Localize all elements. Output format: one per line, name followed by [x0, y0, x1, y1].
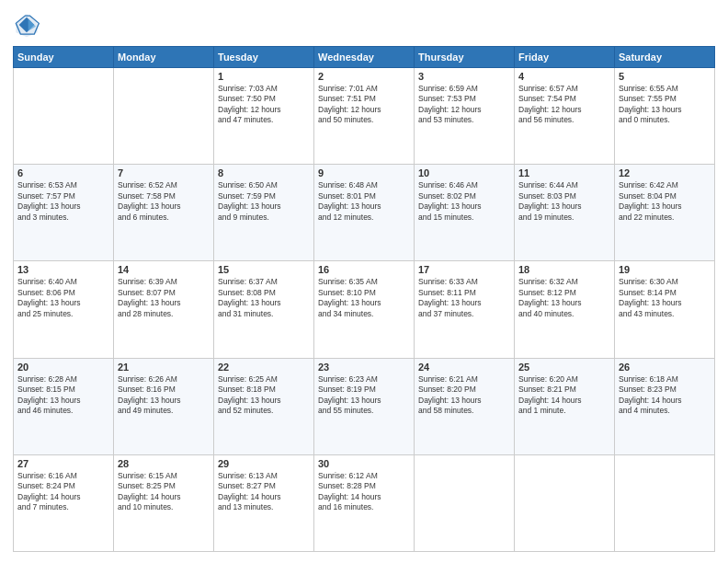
calendar-cell: 20Sunrise: 6:28 AM Sunset: 8:15 PM Dayli… — [14, 358, 114, 454]
calendar-week-row: 20Sunrise: 6:28 AM Sunset: 8:15 PM Dayli… — [14, 358, 715, 454]
day-number: 27 — [17, 458, 109, 469]
day-number: 17 — [418, 264, 510, 275]
calendar-cell: 11Sunrise: 6:44 AM Sunset: 8:03 PM Dayli… — [515, 165, 615, 261]
day-number: 5 — [619, 71, 711, 82]
day-info: Sunrise: 6:28 AM Sunset: 8:15 PM Dayligh… — [17, 374, 109, 417]
calendar-cell — [14, 68, 114, 165]
calendar-cell: 7Sunrise: 6:52 AM Sunset: 7:58 PM Daylig… — [114, 165, 214, 261]
calendar-cell: 14Sunrise: 6:39 AM Sunset: 8:07 PM Dayli… — [114, 261, 214, 358]
day-info: Sunrise: 7:03 AM Sunset: 7:50 PM Dayligh… — [218, 84, 310, 126]
weekday-header-cell: Friday — [515, 47, 615, 68]
weekday-header-cell: Monday — [114, 47, 214, 68]
day-info: Sunrise: 6:52 AM Sunset: 7:58 PM Dayligh… — [118, 180, 210, 223]
day-info: Sunrise: 6:37 AM Sunset: 8:08 PM Dayligh… — [218, 277, 310, 319]
day-number: 21 — [118, 362, 210, 373]
weekday-header-cell: Wednesday — [314, 47, 415, 68]
calendar-table: SundayMondayTuesdayWednesdayThursdayFrid… — [13, 46, 715, 552]
day-info: Sunrise: 6:39 AM Sunset: 8:07 PM Dayligh… — [118, 277, 210, 319]
calendar-cell: 9Sunrise: 6:48 AM Sunset: 8:01 PM Daylig… — [314, 165, 415, 261]
day-info: Sunrise: 6:16 AM Sunset: 8:24 PM Dayligh… — [17, 471, 109, 513]
day-info: Sunrise: 6:21 AM Sunset: 8:20 PM Dayligh… — [418, 374, 510, 417]
calendar-week-row: 1Sunrise: 7:03 AM Sunset: 7:50 PM Daylig… — [14, 68, 715, 165]
day-number: 14 — [118, 264, 210, 275]
calendar-cell: 15Sunrise: 6:37 AM Sunset: 8:08 PM Dayli… — [214, 261, 314, 358]
day-number: 25 — [518, 362, 610, 373]
calendar-cell: 21Sunrise: 6:26 AM Sunset: 8:16 PM Dayli… — [114, 358, 214, 454]
day-number: 26 — [619, 362, 711, 373]
day-info: Sunrise: 6:50 AM Sunset: 7:59 PM Dayligh… — [218, 180, 310, 223]
calendar-week-row: 13Sunrise: 6:40 AM Sunset: 8:06 PM Dayli… — [14, 261, 715, 358]
calendar-cell: 23Sunrise: 6:23 AM Sunset: 8:19 PM Dayli… — [314, 358, 415, 454]
day-number: 13 — [17, 264, 109, 275]
day-info: Sunrise: 6:12 AM Sunset: 8:28 PM Dayligh… — [318, 471, 410, 513]
day-info: Sunrise: 7:01 AM Sunset: 7:51 PM Dayligh… — [318, 84, 410, 126]
day-info: Sunrise: 6:42 AM Sunset: 8:04 PM Dayligh… — [619, 180, 711, 223]
day-info: Sunrise: 6:35 AM Sunset: 8:10 PM Dayligh… — [318, 277, 410, 319]
calendar-cell: 25Sunrise: 6:20 AM Sunset: 8:21 PM Dayli… — [515, 358, 615, 454]
calendar-cell: 18Sunrise: 6:32 AM Sunset: 8:12 PM Dayli… — [515, 261, 615, 358]
calendar-cell — [415, 454, 515, 551]
calendar-cell: 30Sunrise: 6:12 AM Sunset: 8:28 PM Dayli… — [314, 454, 415, 551]
day-info: Sunrise: 6:18 AM Sunset: 8:23 PM Dayligh… — [619, 374, 711, 417]
day-number: 8 — [218, 167, 310, 178]
weekday-header-row: SundayMondayTuesdayWednesdayThursdayFrid… — [14, 47, 715, 68]
day-number: 20 — [17, 362, 109, 373]
calendar-cell — [615, 454, 715, 551]
day-number: 10 — [418, 167, 510, 178]
calendar-cell: 2Sunrise: 7:01 AM Sunset: 7:51 PM Daylig… — [314, 68, 415, 165]
logo-icon — [13, 11, 40, 39]
day-number: 19 — [619, 264, 711, 275]
day-number: 22 — [218, 362, 310, 373]
calendar-cell: 4Sunrise: 6:57 AM Sunset: 7:54 PM Daylig… — [515, 68, 615, 165]
day-number: 6 — [17, 167, 109, 178]
weekday-header-cell: Sunday — [14, 47, 114, 68]
day-number: 28 — [118, 458, 210, 469]
day-info: Sunrise: 6:15 AM Sunset: 8:25 PM Dayligh… — [118, 471, 210, 513]
weekday-header-cell: Tuesday — [214, 47, 314, 68]
calendar-cell: 13Sunrise: 6:40 AM Sunset: 8:06 PM Dayli… — [14, 261, 114, 358]
day-number: 2 — [318, 71, 410, 82]
day-info: Sunrise: 6:25 AM Sunset: 8:18 PM Dayligh… — [218, 374, 310, 417]
weekday-header-cell: Thursday — [415, 47, 515, 68]
calendar-cell: 6Sunrise: 6:53 AM Sunset: 7:57 PM Daylig… — [14, 165, 114, 261]
day-info: Sunrise: 6:26 AM Sunset: 8:16 PM Dayligh… — [118, 374, 210, 417]
day-info: Sunrise: 6:57 AM Sunset: 7:54 PM Dayligh… — [518, 84, 610, 126]
calendar-cell: 27Sunrise: 6:16 AM Sunset: 8:24 PM Dayli… — [14, 454, 114, 551]
calendar-week-row: 6Sunrise: 6:53 AM Sunset: 7:57 PM Daylig… — [14, 165, 715, 261]
calendar-cell: 29Sunrise: 6:13 AM Sunset: 8:27 PM Dayli… — [214, 454, 314, 551]
calendar-cell: 26Sunrise: 6:18 AM Sunset: 8:23 PM Dayli… — [615, 358, 715, 454]
day-number: 3 — [418, 71, 510, 82]
day-info: Sunrise: 6:13 AM Sunset: 8:27 PM Dayligh… — [218, 471, 310, 513]
day-info: Sunrise: 6:23 AM Sunset: 8:19 PM Dayligh… — [318, 374, 410, 417]
day-number: 29 — [218, 458, 310, 469]
calendar-cell: 12Sunrise: 6:42 AM Sunset: 8:04 PM Dayli… — [615, 165, 715, 261]
day-number: 24 — [418, 362, 510, 373]
day-info: Sunrise: 6:48 AM Sunset: 8:01 PM Dayligh… — [318, 180, 410, 223]
calendar-cell: 3Sunrise: 6:59 AM Sunset: 7:53 PM Daylig… — [415, 68, 515, 165]
calendar-cell: 5Sunrise: 6:55 AM Sunset: 7:55 PM Daylig… — [615, 68, 715, 165]
day-info: Sunrise: 6:30 AM Sunset: 8:14 PM Dayligh… — [619, 277, 711, 319]
day-info: Sunrise: 6:53 AM Sunset: 7:57 PM Dayligh… — [17, 180, 109, 223]
day-info: Sunrise: 6:33 AM Sunset: 8:11 PM Dayligh… — [418, 277, 510, 319]
day-number: 9 — [318, 167, 410, 178]
day-info: Sunrise: 6:40 AM Sunset: 8:06 PM Dayligh… — [17, 277, 109, 319]
calendar-cell: 24Sunrise: 6:21 AM Sunset: 8:20 PM Dayli… — [415, 358, 515, 454]
calendar-cell: 1Sunrise: 7:03 AM Sunset: 7:50 PM Daylig… — [214, 68, 314, 165]
calendar-body: 1Sunrise: 7:03 AM Sunset: 7:50 PM Daylig… — [14, 68, 715, 552]
header — [13, 11, 715, 39]
day-number: 30 — [318, 458, 410, 469]
day-info: Sunrise: 6:55 AM Sunset: 7:55 PM Dayligh… — [619, 84, 711, 126]
day-number: 18 — [518, 264, 610, 275]
calendar-cell: 16Sunrise: 6:35 AM Sunset: 8:10 PM Dayli… — [314, 261, 415, 358]
logo — [13, 11, 44, 39]
calendar-cell: 10Sunrise: 6:46 AM Sunset: 8:02 PM Dayli… — [415, 165, 515, 261]
day-info: Sunrise: 6:44 AM Sunset: 8:03 PM Dayligh… — [518, 180, 610, 223]
day-number: 23 — [318, 362, 410, 373]
calendar-cell: 17Sunrise: 6:33 AM Sunset: 8:11 PM Dayli… — [415, 261, 515, 358]
day-info: Sunrise: 6:46 AM Sunset: 8:02 PM Dayligh… — [418, 180, 510, 223]
day-number: 7 — [118, 167, 210, 178]
calendar-week-row: 27Sunrise: 6:16 AM Sunset: 8:24 PM Dayli… — [14, 454, 715, 551]
day-number: 4 — [518, 71, 610, 82]
day-info: Sunrise: 6:20 AM Sunset: 8:21 PM Dayligh… — [518, 374, 610, 417]
day-number: 1 — [218, 71, 310, 82]
